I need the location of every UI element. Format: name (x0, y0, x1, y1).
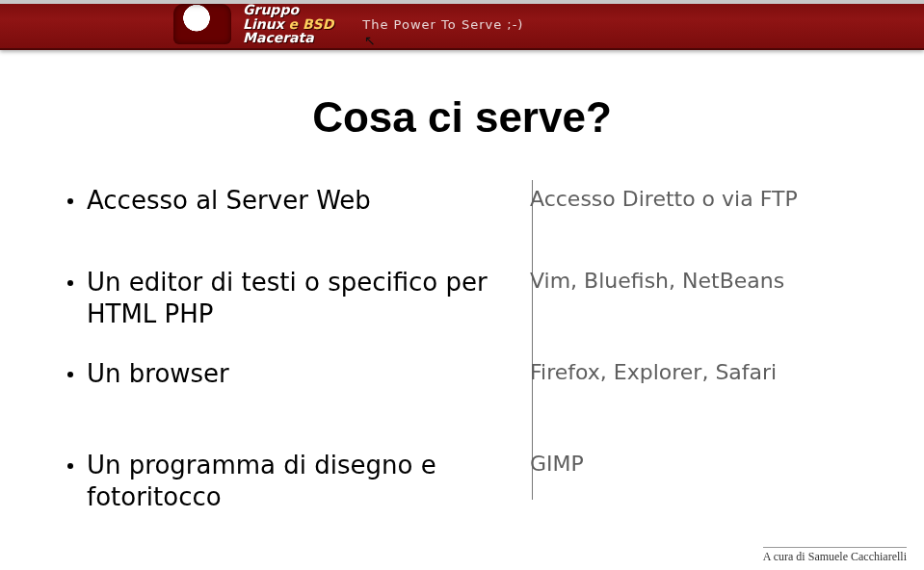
brand-line-2: Linux e BSD (243, 17, 333, 32)
bullet-icon (67, 463, 73, 469)
bullet-icon (67, 280, 73, 286)
content-row: Accesso al Server Web Accesso Diretto o … (67, 185, 857, 217)
content-row: Un editor di testi o specifico per HTML … (67, 267, 857, 329)
logo-icon (173, 4, 231, 44)
content-row: Un programma di disegno e fotoritocco GI… (67, 450, 857, 512)
brand-text: Gruppo Linux e BSD Macerata (243, 3, 333, 45)
brand-line-3: Macerata (243, 31, 333, 45)
bullet-icon (67, 372, 73, 377)
slide-title: Cosa ci serve? (0, 93, 924, 142)
content-row: Un browser Firefox, Explorer, Safari (67, 358, 857, 390)
tagline: The Power To Serve ;-) (362, 17, 523, 32)
header-banner: Gruppo Linux e BSD Macerata The Power To… (0, 0, 924, 50)
bullet-text: Un browser (87, 358, 229, 390)
bullet-text: Un programma di disegno e fotoritocco (87, 450, 530, 512)
footer-credit: A cura di Samuele Cacchiarelli (763, 547, 907, 564)
slide-body: Cosa ci serve? Accesso al Server Web Acc… (0, 50, 924, 570)
example-text: Accesso Diretto o via FTP (530, 185, 857, 211)
bullet-text: Accesso al Server Web (87, 185, 371, 217)
example-text: Firefox, Explorer, Safari (530, 358, 857, 384)
example-text: GIMP (530, 450, 857, 476)
bullet-icon (67, 198, 73, 204)
example-text: Vim, Bluefish, NetBeans (530, 267, 857, 293)
brand-line-1: Gruppo (243, 3, 333, 17)
bullet-text: Un editor di testi o specifico per HTML … (87, 267, 530, 329)
